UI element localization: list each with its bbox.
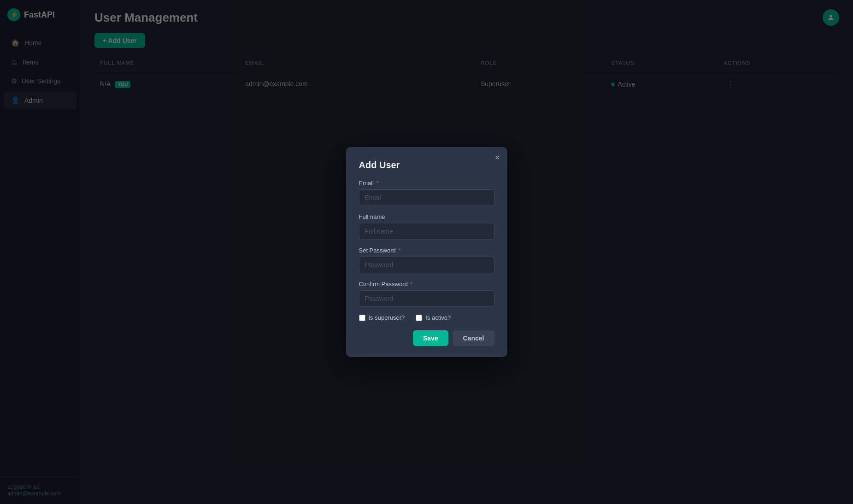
checkbox-row: Is superuser? Is active? [359, 314, 494, 321]
email-label: Email * [359, 180, 494, 187]
set-password-field-group: Set Password * [359, 247, 494, 273]
is-active-label[interactable]: Is active? [416, 314, 451, 321]
modal-close-button[interactable]: × [495, 153, 500, 162]
email-required: * [376, 180, 379, 187]
is-superuser-checkbox[interactable] [359, 315, 365, 321]
add-user-modal: Add User × Email * Full name Set Passwor… [346, 147, 507, 357]
password-required: * [398, 247, 400, 254]
modal-overlay: Add User × Email * Full name Set Passwor… [0, 0, 853, 504]
fullname-input[interactable] [359, 223, 494, 240]
is-superuser-text: Is superuser? [369, 314, 405, 321]
confirm-password-required: * [410, 281, 412, 287]
confirm-password-field-group: Confirm Password * [359, 281, 494, 307]
cancel-button[interactable]: Cancel [453, 330, 494, 346]
fullname-field-group: Full name [359, 213, 494, 240]
modal-title: Add User [359, 160, 494, 170]
email-field-group: Email * [359, 180, 494, 206]
confirm-password-input[interactable] [359, 290, 494, 307]
modal-actions: Save Cancel [359, 330, 494, 346]
confirm-password-label: Confirm Password * [359, 281, 494, 287]
fullname-label: Full name [359, 213, 494, 220]
email-input[interactable] [359, 189, 494, 206]
is-active-text: Is active? [425, 314, 451, 321]
is-superuser-label[interactable]: Is superuser? [359, 314, 405, 321]
set-password-input[interactable] [359, 257, 494, 273]
is-active-checkbox[interactable] [416, 315, 422, 321]
set-password-label: Set Password * [359, 247, 494, 254]
save-button[interactable]: Save [413, 330, 448, 346]
